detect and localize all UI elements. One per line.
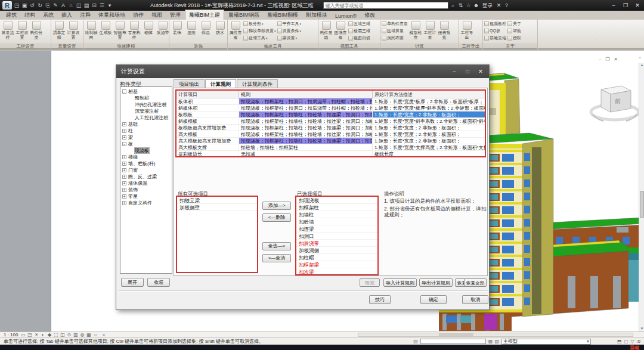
- filter-icon[interactable]: ▽: [630, 339, 634, 344]
- tree-item[interactable]: + 自定义构件: [120, 200, 172, 206]
- undo-icon[interactable]: ↺: [29, 2, 36, 9]
- ribbon-button[interactable]: 防水: [213, 20, 227, 35]
- thin-lines-icon[interactable]: ▤: [83, 2, 90, 9]
- scroll-down-icon[interactable]: ▼: [639, 326, 644, 332]
- viewbar-more-icon[interactable]: <: [100, 332, 107, 337]
- ribbon-small-button[interactable]: 视图剖切: [348, 35, 371, 42]
- ribbon-button[interactable]: 绘制轴网: [84, 20, 98, 39]
- view-restore-icon[interactable]: ❐: [605, 57, 609, 62]
- section-icon[interactable]: ◫: [75, 2, 82, 9]
- favorites-icon[interactable]: ☆: [465, 2, 472, 9]
- print-icon[interactable]: ⎘: [44, 2, 51, 9]
- list-item[interactable]: 扣独立梁: [177, 197, 257, 204]
- shadows-icon[interactable]: ◐: [39, 332, 46, 337]
- rules-table-row[interactable]: 板模板超高支撑增加费 扣现浇板；扣框架柱；扣墙柱；扣砼墙；扣连梁；扣洞口；加板洞…: [177, 125, 485, 131]
- ribbon-button[interactable]: 屋面: [184, 20, 199, 35]
- help-icon[interactable]: ?: [503, 2, 510, 8]
- view-close-icon[interactable]: ✕: [614, 57, 618, 62]
- ribbon-button[interactable]: 工程计量: [423, 20, 437, 39]
- design-options-icon[interactable]: ▧: [494, 339, 499, 344]
- signin-button[interactable]: 登录: [482, 2, 493, 10]
- collapse-panel-icon[interactable]: ⌃: [638, 57, 642, 61]
- ribbon-button[interactable]: 构件分类: [29, 20, 44, 39]
- tree-item[interactable]: + 墙体保温: [120, 180, 172, 187]
- hscrollbar-thumb[interactable]: [439, 333, 473, 336]
- ribbon-small-button[interactable]: 单构件查量: [381, 20, 408, 27]
- list-item[interactable]: 扣洞口: [296, 233, 377, 240]
- rules-table-row[interactable]: 板模板 扣现浇板；扣框架柱；扣墙柱；扣砼墙；扣连梁；扣洞口；扣后浇带；… 1.矩…: [177, 111, 485, 118]
- scroll-up-icon[interactable]: ▲: [639, 63, 644, 68]
- ribbon-small-button[interactable]: 梯段单独设置▾: [243, 27, 277, 35]
- list-item[interactable]: 加板侧壁: [177, 204, 257, 211]
- tree-toggle-icon[interactable]: +: [122, 175, 126, 179]
- tree-item[interactable]: + 装饰: [120, 187, 172, 193]
- ribbon-small-button[interactable]: 楼层三维: [348, 27, 371, 35]
- list-item[interactable]: 扣连梁: [296, 225, 377, 233]
- lock-3d-icon[interactable]: ⊙: [66, 332, 72, 337]
- horizontal-scrollbar[interactable]: [358, 333, 633, 337]
- ribbon-small-button[interactable]: 区域三维: [348, 20, 371, 27]
- ribbon-tab[interactable]: 体量和场地: [95, 10, 129, 20]
- ribbon-small-button[interactable]: 处理工具▾: [243, 35, 277, 42]
- list-item[interactable]: 加板洞侧: [296, 247, 377, 254]
- maximize-button[interactable]: ❐: [621, 2, 630, 8]
- tree-item[interactable]: 冲(钻)孔灌注桩: [120, 101, 172, 108]
- ribbon-button[interactable]: 模型检查: [408, 20, 423, 39]
- ribbon-small-button[interactable]: 房间布置: [381, 35, 408, 42]
- dialog-minimize-button[interactable]: –: [451, 69, 458, 75]
- remove-button[interactable]: <—删除: [262, 213, 291, 222]
- tree-toggle-icon[interactable]: +: [122, 201, 126, 205]
- tree-toggle-icon[interactable]: +: [122, 122, 126, 126]
- customize-qat-icon[interactable]: ▾: [106, 2, 113, 9]
- list-item[interactable]: 扣框架柱: [296, 204, 377, 211]
- ribbon-tab[interactable]: 修改: [361, 10, 379, 20]
- worksets-icon[interactable]: ▤: [413, 339, 418, 344]
- list-item[interactable]: 扣框架梁: [296, 261, 377, 268]
- save-icon[interactable]: ▣: [21, 2, 28, 9]
- ribbon-tab[interactable]: Lumion®: [332, 12, 360, 20]
- tree-toggle-icon[interactable]: -: [122, 142, 126, 146]
- app-store-icon[interactable]: ✕: [496, 2, 503, 8]
- ribbon-button[interactable]: 属性查看: [228, 20, 243, 39]
- windows-taskbar[interactable]: 晨曦: [0, 345, 644, 350]
- worksets-input[interactable]: [420, 339, 486, 344]
- dialog-close-button[interactable]: ✕: [477, 69, 484, 75]
- visual-style-icon[interactable]: ◳: [26, 332, 33, 337]
- ribbon-button[interactable]: 智能布置: [113, 20, 127, 39]
- ribbon-tab[interactable]: 晨曦BIM翻模: [264, 10, 302, 20]
- ribbon-button[interactable]: 后浇带: [156, 20, 169, 39]
- ribbon-tab[interactable]: 视图: [148, 10, 166, 20]
- tree-item[interactable]: + 门窗: [120, 167, 172, 174]
- show-crop-icon[interactable]: ◫: [59, 332, 66, 337]
- ribbon-tab[interactable]: 系统: [39, 10, 57, 20]
- select-all-button[interactable]: 全选—>: [262, 242, 291, 250]
- tree-item[interactable]: + 基础: [120, 121, 172, 128]
- rules-table-row[interactable]: 板体积 扣现浇板；扣框架柱；扣洞口；扣后浇带；扣柱帽；扣砼墙；扣墙柱… 1.矩形…: [177, 98, 485, 105]
- tree-toggle-icon[interactable]: +: [122, 135, 126, 140]
- ribbon-button[interactable]: 装饰: [170, 20, 184, 35]
- exchange-icon[interactable]: ⇅: [457, 2, 465, 9]
- user-icon[interactable]: ☻: [473, 2, 480, 9]
- ribbon-button[interactable]: 保温: [199, 20, 213, 35]
- tree-toggle-icon[interactable]: +: [122, 181, 126, 185]
- expand-button[interactable]: 展开: [121, 278, 144, 287]
- restore-all-button[interactable]: 恢复全部: [464, 278, 487, 287]
- tree-item[interactable]: 人工挖孔灌注桩: [120, 114, 172, 121]
- temporary-hide-icon[interactable]: ▥: [72, 332, 79, 337]
- cancel-button[interactable]: 取消: [462, 295, 488, 304]
- ribbon-tab[interactable]: 插入: [58, 10, 76, 20]
- constraints-icon[interactable]: ○: [92, 332, 98, 337]
- crop-view-icon[interactable]: ⬚: [52, 332, 59, 337]
- rules-table-row[interactable]: 高大模板支撑 扣砼墙；扣墙柱；扣框架柱 1.矩形：长度*宽度*支撑高度；2.非矩…: [177, 144, 485, 151]
- tree-item[interactable]: + 零星: [120, 193, 172, 200]
- vertical-scrollbar[interactable]: ▲ ▼: [639, 63, 644, 332]
- ribbon-tab[interactable]: 附加模块: [302, 10, 331, 20]
- ribbon-small-button[interactable]: 设置条件▾: [277, 27, 302, 35]
- ribbon-button[interactable]: 零星构件: [127, 20, 141, 39]
- list-item[interactable]: 扣墙柱: [296, 211, 377, 218]
- redo-icon[interactable]: ↻: [36, 2, 44, 9]
- view-minimize-icon[interactable]: –: [599, 57, 601, 62]
- tree-item[interactable]: 现浇板: [120, 147, 172, 154]
- detail-level-icon[interactable]: ▭: [20, 332, 26, 337]
- close-hidden-icon[interactable]: ⊡: [91, 2, 98, 9]
